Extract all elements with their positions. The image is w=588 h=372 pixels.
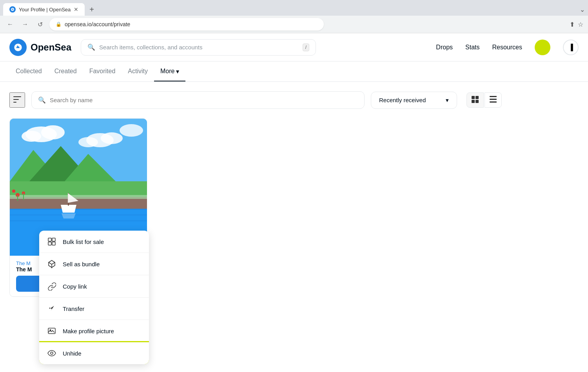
tab-bar: Your Profile | OpenSea ✕ + ⌄ (0, 0, 588, 16)
search-name-icon: 🔍 (38, 96, 46, 104)
context-menu-item-make-profile-picture[interactable]: Make profile picture (39, 320, 149, 342)
eye-icon (47, 349, 56, 358)
make-profile-picture-label: Make profile picture (63, 328, 114, 334)
svg-rect-24 (10, 220, 147, 221)
svg-point-16 (78, 137, 98, 147)
svg-marker-32 (61, 205, 76, 213)
tab-favicon (9, 6, 16, 13)
address-input[interactable]: 🔒 opensea.io/account/private (49, 18, 324, 31)
search-icon: 🔍 (87, 43, 95, 51)
filter-toggle-button[interactable] (9, 92, 25, 108)
address-bar: ← → ↺ 🔒 opensea.io/account/private ⬆ ☆ (0, 16, 588, 33)
context-menu-item-transfer[interactable]: Transfer (39, 298, 149, 320)
tab-created[interactable]: Created (48, 62, 83, 81)
svg-rect-0 (13, 96, 21, 97)
new-tab-button[interactable]: + (86, 4, 97, 16)
svg-rect-8 (490, 99, 497, 100)
svg-rect-1 (13, 99, 19, 100)
wallet-button[interactable]: ▐ (563, 40, 579, 55)
svg-rect-39 (52, 242, 55, 245)
svg-rect-9 (490, 101, 497, 103)
svg-point-15 (101, 132, 123, 144)
nav-drops[interactable]: Drops (436, 44, 453, 51)
tab-title: Your Profile | OpenSea (19, 7, 71, 13)
avatar[interactable] (535, 40, 550, 55)
sort-chevron-icon: ▾ (446, 97, 449, 104)
svg-point-12 (41, 125, 65, 139)
tag-icon (47, 237, 56, 246)
bookmark-icon[interactable]: ☆ (578, 21, 583, 28)
search-placeholder: Search items, collections, and accounts (99, 44, 202, 51)
nav-resources[interactable]: Resources (492, 44, 522, 51)
image-icon (47, 326, 56, 336)
refresh-button[interactable]: ↺ (34, 19, 45, 30)
list-view-button[interactable] (485, 92, 502, 108)
bundle-icon (47, 259, 56, 269)
svg-point-17 (120, 124, 143, 137)
back-button[interactable]: ← (5, 19, 16, 30)
context-menu-item-copy-link[interactable]: Copy link (39, 275, 149, 298)
svg-marker-35 (62, 213, 76, 219)
more-chevron-icon: ▾ (176, 68, 179, 75)
transfer-icon (47, 304, 56, 313)
active-tab[interactable]: Your Profile | OpenSea ✕ (3, 3, 85, 16)
header-search: 🔍 Search items, collections, and account… (81, 39, 316, 56)
context-menu-item-bulk-list[interactable]: Bulk list for sale (39, 231, 149, 253)
copy-link-label: Copy link (63, 283, 87, 290)
opensea-logo-icon (9, 39, 27, 56)
header-nav: Drops Stats Resources ▐ (436, 40, 579, 55)
address-text: opensea.io/account/private (65, 21, 130, 27)
logo-area[interactable]: OpenSea (9, 39, 71, 56)
sort-dropdown[interactable]: Recently received ▾ (371, 92, 457, 109)
svg-rect-36 (48, 238, 51, 241)
address-actions: ⬆ ☆ (570, 21, 583, 28)
context-menu: Bulk list for sale Sell as bundle Copy (39, 231, 149, 364)
share-icon[interactable]: ⬆ (570, 21, 575, 28)
view-toggle (466, 92, 502, 108)
tab-favorited[interactable]: Favorited (83, 62, 122, 81)
search-by-name-input[interactable] (50, 97, 358, 103)
nav-stats[interactable]: Stats (465, 44, 479, 51)
bulk-list-label: Bulk list for sale (63, 238, 104, 245)
opensea-logo-text: OpenSea (31, 42, 71, 53)
svg-point-13 (22, 131, 41, 142)
slash-key: / (303, 43, 309, 51)
profile-tabs: Collected Created Favorited Activity Mor… (0, 61, 588, 82)
tab-collected[interactable]: Collected (9, 62, 48, 81)
svg-rect-7 (490, 96, 497, 97)
svg-rect-4 (475, 96, 479, 99)
svg-rect-5 (472, 100, 475, 103)
tab-more[interactable]: More ▾ (154, 62, 185, 81)
filter-bar: 🔍 Recently received ▾ (9, 91, 579, 109)
context-menu-item-unhide[interactable]: Unhide (39, 342, 149, 364)
search-box[interactable]: 🔍 Search items, collections, and account… (81, 39, 316, 56)
sell-bundle-label: Sell as bundle (63, 261, 100, 267)
opensea-header: OpenSea 🔍 Search items, collections, and… (0, 33, 588, 61)
svg-rect-23 (10, 215, 147, 215)
sort-label: Recently received (379, 97, 426, 103)
svg-rect-2 (13, 102, 16, 103)
link-icon (47, 282, 56, 291)
forward-button[interactable]: → (20, 19, 31, 30)
tab-more-label: More (160, 68, 174, 75)
lock-icon: 🔒 (56, 22, 62, 27)
search-by-name-box[interactable]: 🔍 (31, 91, 365, 109)
svg-rect-26 (10, 195, 147, 199)
main-content: 🔍 Recently received ▾ (0, 82, 588, 306)
unhide-label: Unhide (63, 350, 82, 357)
svg-point-29 (12, 190, 15, 193)
svg-rect-37 (48, 242, 51, 245)
grid-view-button[interactable] (466, 92, 484, 108)
svg-rect-6 (475, 100, 479, 103)
transfer-label: Transfer (63, 305, 84, 312)
svg-rect-3 (472, 96, 475, 99)
tab-overflow-btn[interactable]: ⌄ (580, 6, 585, 13)
svg-rect-38 (52, 238, 55, 241)
svg-point-42 (51, 352, 53, 354)
svg-rect-22 (10, 209, 147, 210)
tab-activity[interactable]: Activity (122, 62, 154, 81)
tab-close-btn[interactable]: ✕ (74, 6, 78, 13)
context-menu-item-sell-bundle[interactable]: Sell as bundle (39, 253, 149, 275)
